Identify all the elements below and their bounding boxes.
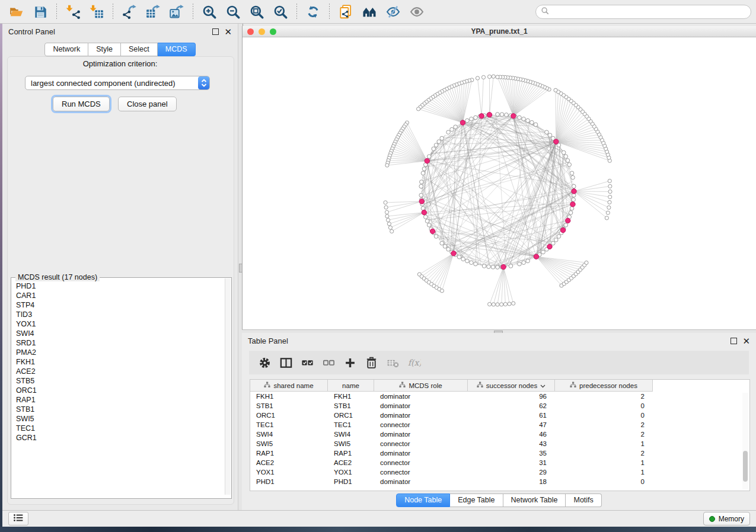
network-node[interactable]	[465, 259, 470, 263]
float-panel-icon[interactable]	[212, 28, 219, 35]
network-node[interactable]	[419, 184, 423, 188]
leaf-node[interactable]	[608, 179, 611, 182]
run-mcds-button[interactable]: Run MCDS	[53, 97, 110, 111]
leaf-node[interactable]	[386, 218, 390, 222]
network-node[interactable]	[518, 116, 522, 120]
network-node[interactable]	[420, 180, 424, 184]
table-row[interactable]: ACE2ACE2connector311	[250, 458, 749, 467]
zoom-selected-button[interactable]	[269, 2, 292, 21]
leaf-node[interactable]	[608, 195, 612, 198]
network-node[interactable]	[571, 175, 575, 180]
network-node[interactable]	[470, 117, 474, 121]
leaf-node[interactable]	[487, 75, 491, 78]
network-node[interactable]	[482, 264, 486, 268]
network-node[interactable]	[551, 241, 556, 245]
export-network-button[interactable]	[117, 2, 141, 21]
leaf-node[interactable]	[496, 303, 499, 306]
network-node[interactable]	[526, 259, 530, 263]
leaf-node[interactable]	[492, 75, 495, 78]
select-all-button[interactable]	[296, 354, 318, 371]
network-node[interactable]	[474, 116, 478, 120]
column-header-shared-name[interactable]: shared name	[250, 380, 328, 392]
leaf-node[interactable]	[440, 289, 444, 293]
first-neighbors-button[interactable]	[358, 2, 381, 21]
mcds-result-item[interactable]: CAR1	[12, 291, 225, 300]
network-node[interactable]	[496, 265, 500, 270]
network-node[interactable]	[419, 193, 423, 197]
network-node[interactable]	[434, 143, 438, 148]
leaf-node[interactable]	[512, 302, 515, 305]
mcds-result-item[interactable]: RAP1	[12, 395, 225, 405]
mcds-result-item[interactable]: SRD1	[12, 338, 225, 348]
network-node[interactable]	[437, 140, 441, 144]
leaf-node[interactable]	[488, 302, 492, 306]
leaf-node[interactable]	[385, 164, 389, 167]
network-node[interactable]	[450, 127, 454, 132]
settings-button[interactable]	[254, 354, 275, 371]
leaf-node[interactable]	[554, 88, 557, 92]
mcds-result-item[interactable]: ACE2	[12, 367, 225, 376]
network-node[interactable]	[422, 167, 426, 171]
tab-motifs[interactable]: Motifs	[566, 493, 601, 507]
leaf-node[interactable]	[476, 76, 479, 80]
close-panel-icon[interactable]: ✕	[224, 29, 232, 34]
network-node[interactable]	[572, 184, 576, 188]
network-node[interactable]	[474, 262, 478, 266]
leaf-node[interactable]	[608, 190, 612, 193]
table-row[interactable]: SWI4SWI4dominator462	[250, 430, 749, 439]
float-panel-icon[interactable]	[731, 338, 737, 344]
network-node[interactable]	[470, 261, 474, 265]
tab-style[interactable]: Style	[88, 43, 121, 56]
table-row[interactable]: STB1STB1dominator620	[250, 401, 749, 411]
network-node[interactable]	[465, 118, 470, 123]
mcds-node[interactable]	[572, 189, 576, 194]
mcds-node[interactable]	[560, 227, 565, 232]
network-node[interactable]	[522, 261, 526, 265]
leaf-node[interactable]	[388, 226, 392, 229]
mcds-result-item[interactable]: STB5	[12, 376, 225, 386]
table-row[interactable]: FKH1FKH1dominator962	[250, 392, 749, 401]
leaf-node[interactable]	[492, 303, 495, 306]
mcds-result-list[interactable]: PHD1CAR1STP4TID3YOX1SWI4SRD1PMA2FKH1ACE2…	[12, 281, 225, 495]
network-node[interactable]	[541, 250, 546, 254]
memory-button[interactable]: Memory	[703, 512, 750, 525]
network-node[interactable]	[487, 265, 491, 269]
table-row[interactable]: ORC1ORC1dominator610	[250, 411, 749, 420]
network-node[interactable]	[554, 238, 559, 242]
mcds-node[interactable]	[570, 202, 575, 207]
network-node[interactable]	[567, 163, 572, 167]
refresh-button[interactable]	[301, 2, 325, 21]
leaf-node[interactable]	[585, 261, 588, 264]
import-network-button[interactable]	[61, 2, 85, 21]
leaf-node[interactable]	[384, 201, 387, 204]
show-all-button[interactable]	[405, 2, 429, 21]
network-node[interactable]	[446, 248, 451, 252]
network-node[interactable]	[434, 235, 438, 239]
network-node[interactable]	[421, 171, 425, 175]
network-node[interactable]	[440, 136, 444, 140]
mcds-node[interactable]	[487, 113, 492, 117]
network-node[interactable]	[557, 235, 561, 239]
network-node[interactable]	[566, 159, 570, 163]
network-node[interactable]	[500, 113, 504, 117]
network-node[interactable]	[446, 130, 451, 134]
leaf-node[interactable]	[500, 303, 503, 306]
export-image-button[interactable]	[165, 2, 189, 21]
mcds-node[interactable]	[430, 229, 435, 233]
tab-network-table[interactable]: Network Table	[503, 493, 566, 507]
open-button[interactable]	[5, 2, 28, 21]
network-node[interactable]	[454, 125, 458, 129]
network-node[interactable]	[423, 215, 428, 219]
column-header-predecessor-nodes[interactable]: predecessor nodes	[555, 380, 653, 392]
zoom-fit-button[interactable]	[245, 2, 269, 21]
network-node[interactable]	[522, 117, 526, 121]
mcds-node[interactable]	[425, 158, 429, 163]
network-node[interactable]	[569, 211, 573, 215]
mcds-node[interactable]	[422, 210, 426, 214]
mcds-result-item[interactable]: SWI4	[12, 329, 225, 338]
mcds-result-item[interactable]: PMA2	[12, 348, 225, 357]
network-node[interactable]	[518, 262, 522, 266]
network-node[interactable]	[570, 171, 574, 175]
split-view-button[interactable]	[275, 354, 296, 371]
leaf-node[interactable]	[496, 75, 499, 79]
